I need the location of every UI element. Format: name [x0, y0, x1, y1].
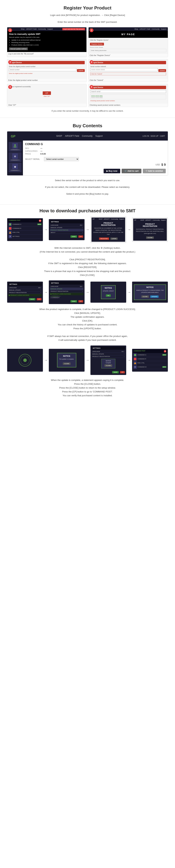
- settings-final-close-btn[interactable]: CLOSE: [105, 365, 112, 367]
- settings-final-label-language: LANGUAGE: [92, 351, 100, 352]
- arrow-9: →: [127, 358, 131, 362]
- step2-body: Click the "Register Device" Register Dev…: [89, 38, 168, 54]
- register-title: Register Your Product: [7, 5, 168, 11]
- notice-complete-close-btn[interactable]: CLOSE: [63, 363, 70, 365]
- desc-row3-line1: When the update is complete, a statement…: [7, 378, 168, 382]
- buy-nav-community[interactable]: Community: [82, 135, 93, 137]
- settings3-row-manual[interactable]: MANUAL UPDATE ›: [50, 288, 84, 290]
- step-3-inner: Regist Device Enter the digital product …: [7, 59, 86, 79]
- cmd3-text-w: COMMAND W: [137, 366, 162, 368]
- arrow-8: →: [86, 358, 89, 362]
- nav-community: Community: [38, 28, 46, 30]
- step2-order-detail: Recent Order Details: [90, 46, 167, 48]
- buy-nav-right: LOG IN SIGN UP CART: [143, 135, 165, 137]
- notice-update-btn[interactable]: UPDATE: [150, 296, 159, 298]
- settings2-chevron-product-reg: ›: [40, 292, 41, 293]
- notice-update-container: NOTICE WHEN A PRODUCT IS REGISTERED, THE…: [132, 282, 168, 303]
- buy-desc2: If you do not select, the content will n…: [7, 185, 168, 189]
- step1-login-btn[interactable]: Log In and click the "My account": [62, 28, 85, 30]
- buy-nav-shop[interactable]: SHOP: [56, 135, 62, 137]
- notice-close-btn[interactable]: CLOSE: [141, 296, 149, 298]
- step1-manual-btn[interactable]: Manual update method: [9, 48, 28, 50]
- cmd-text-settings: SETTINGS: [12, 236, 41, 237]
- step5-cp-area: CP Click "CP": [9, 90, 85, 97]
- buy-nav-support[interactable]: Support: [95, 135, 103, 137]
- arrow-3: →: [127, 227, 131, 231]
- web-close-btn[interactable]: CLOSE: [146, 237, 154, 239]
- download-settings: SETTINGS LANGUAGE EN › MANUAL UPDATE › P…: [49, 219, 85, 240]
- desc-row2-line6: Press the [UPDATE] button.: [7, 327, 168, 331]
- settings2-label-manual: MANUAL UPDATE: [9, 289, 21, 291]
- desc-row3-line3: Press the [CLOSE] button to return to th…: [7, 386, 168, 390]
- download-cmd-post-3: COMMAND POST ⚙ COMMAND G NEW C: [132, 349, 168, 372]
- buy-login[interactable]: LOG IN: [143, 135, 149, 137]
- buy-now-button[interactable]: ▶ Buy now: [104, 169, 120, 173]
- buy-row-price: PRICE $ 9.00: [25, 153, 166, 155]
- buy-signup[interactable]: SIGN UP: [150, 135, 158, 137]
- notice-ok-btn[interactable]: OK: [106, 294, 111, 297]
- step6-body: Regist Device XXXX-XXXX-0001 XXXX-XXXX-0…: [89, 84, 168, 103]
- buy-nav-airsoft[interactable]: AIRSOFT Field: [65, 135, 79, 137]
- step3-serial-input[interactable]: [9, 68, 76, 71]
- settings2-cp-btn[interactable]: CP: [37, 298, 41, 300]
- buy-sidebar-command-post[interactable]: COMMAND G: [8, 142, 22, 152]
- settings-final-row-product-reg: PRODUCT REGISTRATION ›: [91, 355, 125, 358]
- sidebar-icon-3: ◉: [12, 164, 18, 169]
- settings-row-product-reg[interactable]: PRODUCT REGISTRATION ›: [50, 229, 84, 231]
- web-register-btn[interactable]: REGISTER: [99, 238, 109, 240]
- buy-sidebar-item-3[interactable]: ◉ COMMAND G: [8, 163, 22, 172]
- cmd-item-3: FIRE CTRL: [8, 230, 42, 235]
- settings-final-save-btn[interactable]: SAVE: [112, 371, 119, 373]
- cmd3-text-2: COMMAND R: [137, 358, 167, 360]
- cmd3-item-3: FIRE CTRL: [133, 361, 167, 365]
- add-to-wishlist-button[interactable]: ♡ Add to wishlist: [143, 169, 166, 173]
- step4-serial-input[interactable]: [90, 68, 158, 71]
- buy-main: COMMAND G SKU — CATEGORIES — PRICE $ 9.0…: [23, 141, 168, 175]
- settings-final-chevron-manual: ›: [124, 353, 124, 355]
- register-desc2: Enter the serial number on the back of t…: [7, 20, 168, 24]
- web-later-btn[interactable]: LATER: [110, 238, 118, 240]
- step-number-6: 6: [90, 85, 93, 89]
- download-steps-row-3: → NOTICE The update is complete. CLOSE →…: [7, 345, 168, 375]
- buy-actions: ▶ Buy now 🛒 Add to cart ♡ Add to wishlis…: [25, 169, 166, 173]
- step-1-inner: GP Shop AIRSOFT Field Community Support …: [7, 27, 86, 52]
- settings3-label-product-reg: PRODUCT REGISTRATION: [51, 290, 68, 292]
- step4-submit-btn[interactable]: Submit: [158, 69, 166, 72]
- settings-label-about: ABOUT: [51, 232, 56, 233]
- step6-search-input[interactable]: [90, 90, 166, 93]
- buy-section: Buy Contents GP SHOP AIRSOFT Field Commu…: [0, 118, 175, 204]
- step5-cp-btn[interactable]: CP: [43, 91, 51, 95]
- settings-save-btn[interactable]: SAVE: [70, 236, 77, 238]
- buy-serial-select[interactable]: Select serial number: [44, 157, 79, 161]
- settings3-save-btn[interactable]: SAVE: [70, 300, 77, 303]
- step1-nav-links: Shop AIRSOFT Field Community Support: [21, 28, 53, 30]
- cmd3-badge-new: NEW: [162, 354, 167, 356]
- settings-chevron-manual: ›: [82, 227, 83, 228]
- step1-content: How to manually update SMT Manual update…: [7, 31, 86, 52]
- step-number-3: 3: [8, 60, 12, 64]
- settings3-login-success: ▶ PRODUCT LOGIN SUCCESS: [50, 293, 84, 295]
- add-to-cart-button[interactable]: 🛒 Add to cart: [122, 169, 141, 173]
- sku-value: —: [40, 147, 42, 149]
- step3-regist-header: Regist Device: [9, 61, 85, 64]
- settings2-save-btn[interactable]: SAVE: [29, 298, 35, 300]
- ring-animation-svg: [18, 353, 32, 367]
- step2-register-btn[interactable]: Register Device: [90, 43, 104, 45]
- step6-serial-item-1: XXXX-XXXX-0001: [91, 95, 165, 97]
- web-mock-body-2: PRODUCTREGISTRATION SUCCESSFUL PRODUCT R…: [133, 222, 167, 241]
- desc-row2-line1: When the product registration is complet…: [7, 307, 168, 311]
- step3-submit-btn[interactable]: Submit: [77, 69, 85, 72]
- settings3-cp-btn[interactable]: CP: [79, 300, 83, 303]
- buy-container: GP SHOP AIRSOFT Field Community Support …: [7, 131, 168, 176]
- settings3-label-manual: MANUAL UPDATE: [51, 288, 62, 290]
- buy-sidebar-item-2[interactable]: ⊕ COMMAND G: [8, 152, 22, 162]
- desc-row2-line8: it will automatically update if you have…: [7, 338, 168, 342]
- step1-caption: Log in and click the "My account": [7, 52, 86, 56]
- settings-cp-btn[interactable]: CP: [79, 236, 83, 238]
- buy-cart[interactable]: CART: [160, 135, 165, 137]
- cmd-post-3-title: COMMAND POST: [134, 350, 145, 352]
- buy-row-categories: CATEGORIES —: [25, 150, 166, 152]
- settings-final-cp-btn[interactable]: CP: [120, 371, 125, 373]
- step2-caption: Click the "Register Device": [89, 54, 168, 57]
- download-cmd-post: COMMAND POST 4.2 COMMAND G NEW COMMAND R: [7, 218, 43, 241]
